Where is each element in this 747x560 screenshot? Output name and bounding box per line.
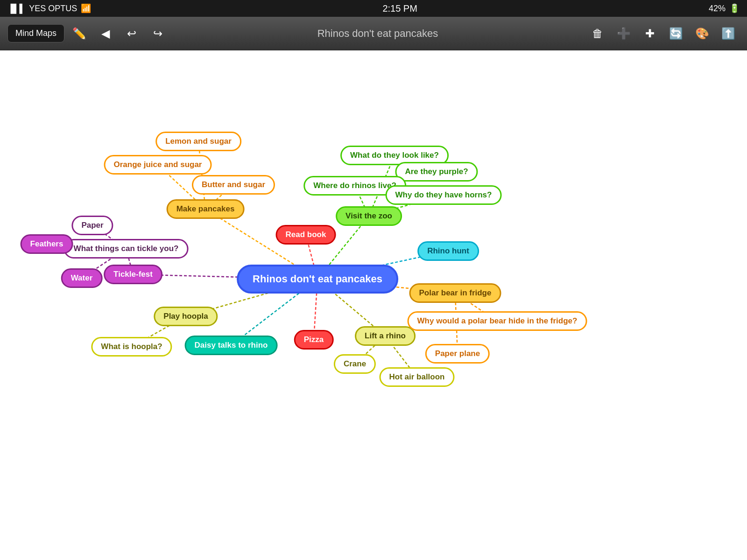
- node-whatTickle[interactable]: What things can tickle you?: [64, 239, 189, 259]
- delete-button[interactable]: 🗑: [586, 22, 609, 45]
- node-center[interactable]: Rhinos don't eat pancakes: [237, 265, 398, 294]
- node-arePurple[interactable]: Are they purple?: [395, 162, 478, 182]
- status-left: ▐▌▌ YES OPTUS 📶: [7, 3, 91, 14]
- mind-maps-button[interactable]: Mind Maps: [7, 24, 64, 42]
- node-whatHoopla[interactable]: What is hoopla?: [91, 337, 172, 357]
- node-paper[interactable]: Paper: [71, 216, 113, 235]
- node-lemonSugar[interactable]: Lemon and sugar: [155, 132, 241, 151]
- node-hotAirBalloon[interactable]: Hot air balloon: [380, 367, 455, 387]
- undo-button[interactable]: ↩: [120, 22, 143, 45]
- node-playHoopla[interactable]: Play hoopla: [154, 307, 218, 326]
- wifi-icon: 📶: [81, 3, 91, 14]
- node-visitZoo[interactable]: Visit the zoo: [336, 206, 402, 226]
- status-right: 42% 🔋: [709, 3, 740, 14]
- node-whyPolarBear[interactable]: Why would a polar bear hide in the fridg…: [408, 311, 587, 331]
- edit-button[interactable]: ✏️: [68, 22, 91, 45]
- battery-icon: 🔋: [729, 3, 740, 14]
- node-tickleFest[interactable]: Tickle-fest: [104, 265, 162, 284]
- node-makePancakes[interactable]: Make pancakes: [167, 199, 245, 219]
- node-orangeJuice[interactable]: Orange juice and sugar: [104, 155, 212, 175]
- node-liftRhino[interactable]: Lift a rhino: [355, 326, 416, 346]
- status-bar: ▐▌▌ YES OPTUS 📶 2:15 PM 42% 🔋: [0, 0, 747, 17]
- node-pizza[interactable]: Pizza: [294, 330, 334, 350]
- add-child-button[interactable]: ➕: [613, 22, 635, 45]
- add-sibling-button[interactable]: ✚: [639, 22, 661, 45]
- share-button[interactable]: ⬆️: [717, 22, 740, 45]
- toolbar: Mind Maps ✏️ ◀ ↩ ↪ Rhinos don't eat panc…: [0, 17, 747, 50]
- node-crane[interactable]: Crane: [334, 354, 376, 374]
- node-polarBear[interactable]: Polar bear in fridge: [409, 283, 501, 303]
- document-title: Rhinos don't eat pancakes: [173, 28, 583, 40]
- node-readBook[interactable]: Read book: [276, 225, 336, 245]
- color-button[interactable]: 🎨: [691, 22, 713, 45]
- node-water[interactable]: Water: [61, 268, 103, 288]
- connection-lines: [0, 50, 747, 560]
- style-button[interactable]: 🔄: [665, 22, 687, 45]
- node-paperPlane[interactable]: Paper plane: [425, 344, 490, 364]
- node-daisyTalks[interactable]: Daisy talks to rhino: [185, 336, 278, 355]
- battery-pct: 42%: [709, 4, 726, 14]
- carrier-name: YES OPTUS: [29, 4, 77, 14]
- redo-button[interactable]: ↪: [147, 22, 169, 45]
- node-whyHorns[interactable]: Why do they have horns?: [386, 185, 502, 205]
- mind-map-canvas: Rhinos don't eat pancakesMake pancakesLe…: [0, 50, 747, 560]
- time-display: 2:15 PM: [382, 3, 417, 14]
- node-butterSugar[interactable]: Butter and sugar: [192, 175, 275, 195]
- node-feathers[interactable]: Feathers: [21, 234, 73, 254]
- signal-icon: ▐▌▌: [7, 4, 25, 14]
- node-rhinoHunt[interactable]: Rhino hunt: [417, 241, 479, 261]
- back-button[interactable]: ◀: [94, 22, 117, 45]
